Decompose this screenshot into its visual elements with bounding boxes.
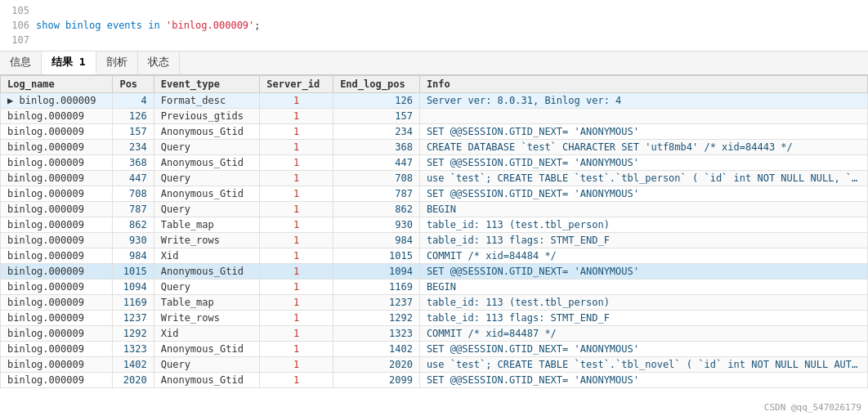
cell-endlogpos: 1169 xyxy=(333,280,420,295)
cell-endlogpos: 1292 xyxy=(333,311,420,326)
table-body: ▶ binlog.0000094Format_desc1126Server ve… xyxy=(1,93,868,388)
cell-info: table_id: 113 (test.tbl_person) xyxy=(419,217,867,233)
cell-endlogpos: 447 xyxy=(333,155,420,171)
tab-info[interactable]: 信息 xyxy=(0,51,42,74)
cell-endlogpos: 126 xyxy=(333,93,420,109)
cell-endlogpos: 2020 xyxy=(333,357,420,373)
cell-endlogpos: 1323 xyxy=(333,326,420,342)
tabs-bar: 信息 结果 1 剖析 状态 xyxy=(0,51,868,75)
cell-serverid: 1 xyxy=(260,280,333,295)
cell-pos: 787 xyxy=(113,202,154,217)
cell-endlogpos: 930 xyxy=(333,217,420,233)
col-header-info: Info xyxy=(419,76,867,93)
table-header: Log_name Pos Event_type Server_id End_lo… xyxy=(1,76,868,93)
cell-eventtype: Write_rows xyxy=(154,233,260,248)
cell-pos: 1323 xyxy=(113,342,154,357)
cell-logname: binlog.000009 xyxy=(1,264,113,280)
cell-eventtype: Anonymous_Gtid xyxy=(154,155,260,171)
cell-logname: binlog.000009 xyxy=(1,171,113,186)
cell-eventtype: Format_desc xyxy=(154,93,260,109)
cell-logname: binlog.000009 xyxy=(1,248,113,264)
tab-result1[interactable]: 结果 1 xyxy=(42,51,96,74)
cell-logname: binlog.000009 xyxy=(1,342,113,357)
col-header-logname: Log_name xyxy=(1,76,113,93)
table-row: binlog.000009787Query1862BEGIN xyxy=(1,202,868,217)
table-row: ▶ binlog.0000094Format_desc1126Server ve… xyxy=(1,93,868,109)
cell-serverid: 1 xyxy=(260,373,333,388)
cell-pos: 1237 xyxy=(113,311,154,326)
tab-status[interactable]: 状态 xyxy=(138,51,180,74)
cell-logname: binlog.000009 xyxy=(1,280,113,295)
cell-info: SET @@SESSION.GTID_NEXT= 'ANONYMOUS' xyxy=(419,373,867,388)
cell-pos: 708 xyxy=(113,186,154,202)
cell-logname: binlog.000009 xyxy=(1,295,113,311)
col-header-serverid: Server_id xyxy=(260,76,333,93)
cell-endlogpos: 1402 xyxy=(333,342,420,357)
table-row: binlog.0000091094Query11169BEGIN xyxy=(1,280,868,295)
cell-info: SET @@SESSION.GTID_NEXT= 'ANONYMOUS' xyxy=(419,264,867,280)
col-header-endlogpos: End_log_pos xyxy=(333,76,420,93)
cell-serverid: 1 xyxy=(260,93,333,109)
cell-logname: binlog.000009 xyxy=(1,124,113,140)
cell-info: SET @@SESSION.GTID_NEXT= 'ANONYMOUS' xyxy=(419,342,867,357)
cell-serverid: 1 xyxy=(260,109,333,124)
cell-info: table_id: 113 (test.tbl_person) xyxy=(419,295,867,311)
cell-eventtype: Query xyxy=(154,140,260,155)
cell-pos: 4 xyxy=(113,93,154,109)
code-punct: ; xyxy=(254,20,260,31)
cell-logname: binlog.000009 xyxy=(1,186,113,202)
cell-info: COMMIT /* xid=84487 */ xyxy=(419,326,867,342)
table-row: binlog.000009862Table_map1930table_id: 1… xyxy=(1,217,868,233)
cell-serverid: 1 xyxy=(260,326,333,342)
table-row: binlog.000009368Anonymous_Gtid1447SET @@… xyxy=(1,155,868,171)
table-row: binlog.000009930Write_rows1984table_id: … xyxy=(1,233,868,248)
cell-pos: 447 xyxy=(113,171,154,186)
cell-eventtype: Anonymous_Gtid xyxy=(154,124,260,140)
cell-pos: 930 xyxy=(113,233,154,248)
cell-pos: 862 xyxy=(113,217,154,233)
table-row: binlog.000009126Previous_gtids1157 xyxy=(1,109,868,124)
cell-pos: 984 xyxy=(113,248,154,264)
code-string: 'binlog.000009' xyxy=(166,20,254,31)
cell-info: table_id: 113 flags: STMT_END_F xyxy=(419,311,867,326)
cell-serverid: 1 xyxy=(260,202,333,217)
cell-logname: binlog.000009 xyxy=(1,202,113,217)
table-row: binlog.000009447Query1708use `test`; CRE… xyxy=(1,171,868,186)
cell-eventtype: Previous_gtids xyxy=(154,109,260,124)
cell-info: Server ver: 8.0.31, Binlog ver: 4 xyxy=(419,93,867,109)
cell-pos: 1094 xyxy=(113,280,154,295)
cell-pos: 2020 xyxy=(113,373,154,388)
cell-eventtype: Anonymous_Gtid xyxy=(154,264,260,280)
cell-pos: 1292 xyxy=(113,326,154,342)
cell-pos: 126 xyxy=(113,109,154,124)
line-number: 106 xyxy=(7,18,29,33)
table-row: binlog.000009157Anonymous_Gtid1234SET @@… xyxy=(1,124,868,140)
cell-eventtype: Table_map xyxy=(154,217,260,233)
cell-serverid: 1 xyxy=(260,357,333,373)
cell-serverid: 1 xyxy=(260,264,333,280)
cell-info: CREATE DATABASE `test` CHARACTER SET 'ut… xyxy=(419,140,867,155)
cell-pos: 157 xyxy=(113,124,154,140)
cell-endlogpos: 1015 xyxy=(333,248,420,264)
cell-info xyxy=(419,109,867,124)
cell-info: COMMIT /* xid=84484 */ xyxy=(419,248,867,264)
code-content: show binlog events in 'binlog.000009'; xyxy=(36,18,261,33)
results-table-container[interactable]: Log_name Pos Event_type Server_id End_lo… xyxy=(0,75,868,416)
line-number: 105 xyxy=(7,3,29,18)
tab-profiling[interactable]: 剖析 xyxy=(96,51,138,74)
cell-serverid: 1 xyxy=(260,248,333,264)
cell-logname: binlog.000009 xyxy=(1,311,113,326)
cell-logname: binlog.000009 xyxy=(1,155,113,171)
cell-serverid: 1 xyxy=(260,171,333,186)
cell-serverid: 1 xyxy=(260,124,333,140)
cell-endlogpos: 368 xyxy=(333,140,420,155)
code-line-107: 107 xyxy=(7,33,861,47)
cell-eventtype: Xid xyxy=(154,326,260,342)
code-line-106: 106 show binlog events in 'binlog.000009… xyxy=(7,18,861,33)
row-indicator: ▶ xyxy=(7,95,19,106)
col-header-pos: Pos xyxy=(113,76,154,93)
cell-logname: binlog.000009 xyxy=(1,140,113,155)
cell-endlogpos: 234 xyxy=(333,124,420,140)
table-row: binlog.000009708Anonymous_Gtid1787SET @@… xyxy=(1,186,868,202)
cell-eventtype: Query xyxy=(154,280,260,295)
